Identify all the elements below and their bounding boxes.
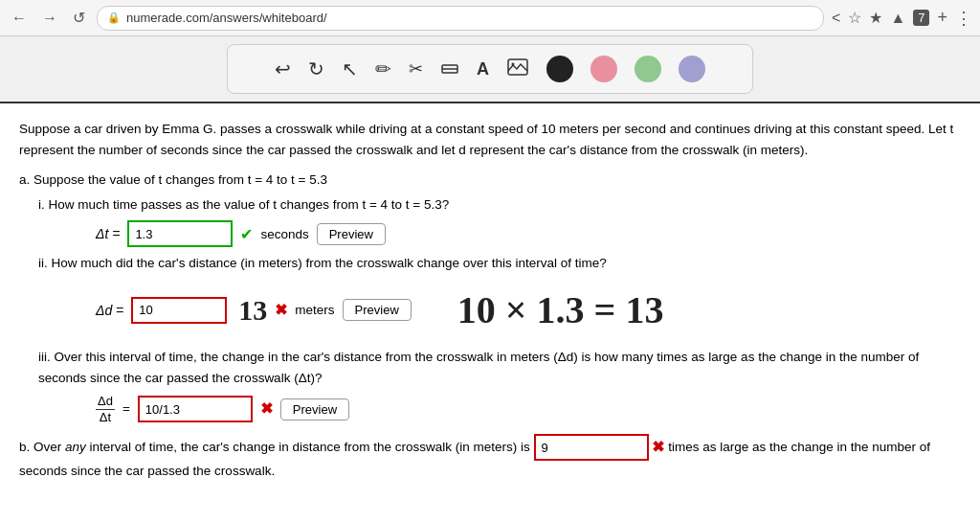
undo-button[interactable]: ↩: [275, 57, 291, 80]
browser-action-back[interactable]: <: [832, 10, 840, 27]
color-purple[interactable]: [679, 56, 705, 82]
fraction-denominator: Δt: [98, 410, 113, 425]
forward-button[interactable]: →: [38, 8, 61, 29]
ratio-row: Δd Δt = ✖ Preview: [96, 394, 961, 424]
big-equation: 10 × 1.3 = 13: [457, 280, 664, 341]
part-b-any: any: [65, 440, 86, 454]
x-icon-d: ✖: [275, 298, 287, 323]
browser-action-badge[interactable]: 7: [913, 10, 929, 26]
browser-chrome: ← → ↺ 🔒 numerade.com/answers/whiteboard/…: [0, 0, 980, 36]
lock-icon: 🔒: [107, 11, 121, 24]
browser-action-add[interactable]: +: [937, 8, 947, 28]
redo-button[interactable]: ↻: [308, 57, 324, 80]
part-iii-label: iii. Over this interval of time, the cha…: [38, 347, 961, 388]
back-button[interactable]: ←: [8, 8, 31, 29]
delta-d-row: Δd = 13 ✖ meters Preview 10 × 1.3 = 13: [96, 280, 961, 341]
url-text: numerade.com/answers/whiteboard/: [126, 11, 327, 25]
eraser-button[interactable]: [440, 57, 459, 80]
x-icon-ratio: ✖: [260, 397, 273, 421]
browser-action-menu[interactable]: ⋮: [955, 8, 972, 29]
delta-t-label: Δt =: [96, 223, 120, 244]
browser-action-ext2[interactable]: ▲: [890, 10, 905, 27]
part-b-row: b. Over any interval of time, the car's …: [19, 434, 961, 482]
part-b-input[interactable]: [534, 434, 649, 461]
ratio-eq: =: [122, 398, 130, 420]
drawing-toolbar: ↩ ↻ ↖ ✏ ✂ A: [227, 44, 753, 94]
handwritten-13: 13: [238, 287, 267, 333]
reload-button[interactable]: ↺: [69, 7, 89, 29]
part-ii-label: ii. How much did the car's distance (in …: [38, 253, 961, 274]
preview-button-2[interactable]: Preview: [343, 299, 412, 321]
select-button[interactable]: ↖: [342, 57, 358, 80]
x-icon-b: ✖: [652, 440, 664, 456]
delta-t-row: Δt = ✔ seconds Preview: [96, 220, 961, 247]
image-button[interactable]: [506, 56, 529, 83]
problem-intro: Suppose a car driven by Emma G. passes a…: [19, 119, 961, 160]
part-b-rest: interval of time, the car's change in di…: [90, 440, 530, 454]
address-bar[interactable]: 🔒 numerade.com/answers/whiteboard/: [97, 6, 824, 31]
ratio-fraction: Δd Δt: [96, 394, 115, 424]
meters-label: meters: [295, 300, 334, 321]
preview-button-3[interactable]: Preview: [280, 398, 349, 421]
check-icon: ✔: [240, 222, 253, 247]
delta-d-input[interactable]: [131, 297, 227, 324]
browser-action-ext1[interactable]: ★: [869, 9, 882, 27]
ratio-input[interactable]: [138, 396, 253, 422]
scissors-button[interactable]: ✂: [409, 58, 423, 80]
pen-button[interactable]: ✏: [375, 57, 391, 80]
part-b-label: b. Over: [19, 440, 61, 454]
text-button[interactable]: A: [477, 59, 489, 80]
delta-t-input[interactable]: [127, 220, 233, 247]
part-i-label: i. How much time passes as the value of …: [38, 194, 961, 216]
svg-point-3: [512, 62, 515, 65]
preview-button-1[interactable]: Preview: [317, 223, 386, 245]
color-pink[interactable]: [590, 56, 617, 82]
delta-d-label: Δd =: [96, 300, 123, 321]
part-a-label: a. Suppose the value of t changes from t…: [19, 170, 961, 191]
color-black[interactable]: [546, 56, 573, 82]
seconds-label: seconds: [260, 224, 308, 245]
browser-action-star[interactable]: ☆: [848, 9, 861, 27]
color-green[interactable]: [635, 56, 661, 82]
fraction-numerator: Δd: [96, 394, 115, 410]
content-area: Suppose a car driven by Emma G. passes a…: [0, 102, 980, 523]
